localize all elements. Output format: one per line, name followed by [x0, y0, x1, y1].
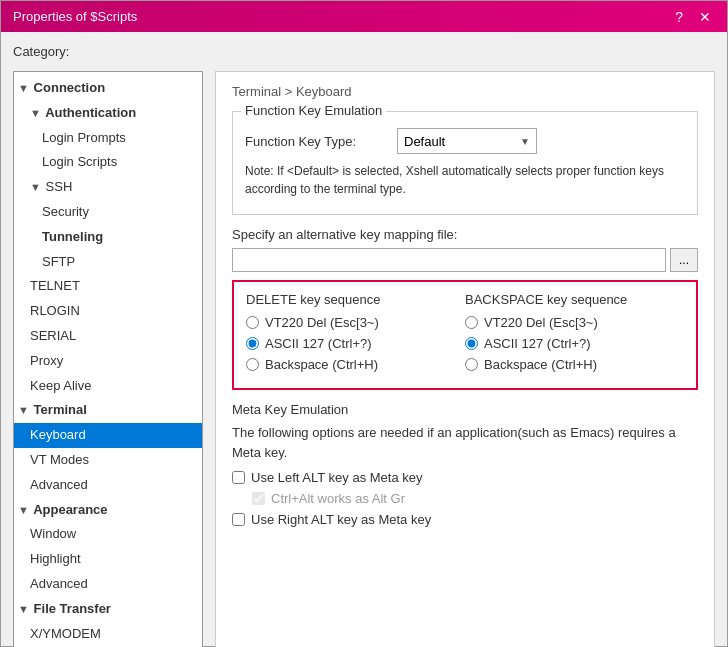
tree-item-window[interactable]: Window: [14, 522, 202, 547]
delete-key-col: DELETE key sequence VT220 Del (Esc[3~) A…: [246, 292, 465, 378]
alt-key-label: Specify an alternative key mapping file:: [232, 227, 698, 242]
tree-item-appearance[interactable]: ▼ Appearance: [14, 498, 202, 523]
function-key-note: Note: If <Default> is selected, Xshell a…: [245, 162, 685, 198]
file-input[interactable]: [232, 248, 666, 272]
function-key-type-row: Function Key Type: Default ▼: [245, 128, 685, 154]
left-alt-row: Use Left ALT key as Meta key: [232, 470, 698, 485]
tree-item-advanced-appearance[interactable]: Advanced: [14, 572, 202, 597]
titlebar-controls: ? ✕: [671, 10, 715, 24]
category-label: Category:: [13, 44, 715, 59]
backspace-key-col: BACKSPACE key sequence VT220 Del (Esc[3~…: [465, 292, 684, 378]
browse-button[interactable]: ...: [670, 248, 698, 272]
backspace-bs-row: Backspace (Ctrl+H): [465, 357, 684, 372]
dialog-window: Properties of $Scripts ? ✕ Category: ▼ C…: [0, 0, 728, 647]
ctrl-alt-label: Ctrl+Alt works as Alt Gr: [271, 491, 405, 506]
tree-item-keyboard[interactable]: Keyboard: [14, 423, 202, 448]
delete-ascii-label: ASCII 127 (Ctrl+?): [265, 336, 372, 351]
meta-key-section: Meta Key Emulation The following options…: [232, 402, 698, 527]
meta-key-title: Meta Key Emulation: [232, 402, 698, 417]
breadcrumb: Terminal > Keyboard: [232, 84, 698, 99]
file-row: ...: [232, 248, 698, 272]
backspace-vt220-radio[interactable]: [465, 316, 478, 329]
function-key-title: Function Key Emulation: [241, 103, 386, 118]
backspace-key-title: BACKSPACE key sequence: [465, 292, 684, 307]
tree-item-rlogin[interactable]: RLOGIN: [14, 299, 202, 324]
delete-vt220-row: VT220 Del (Esc[3~): [246, 315, 465, 330]
tree-item-vt-modes[interactable]: VT Modes: [14, 448, 202, 473]
tree-item-telnet[interactable]: TELNET: [14, 274, 202, 299]
delete-backspace-label: Backspace (Ctrl+H): [265, 357, 378, 372]
function-key-section: Function Key Emulation Function Key Type…: [232, 111, 698, 215]
help-button[interactable]: ?: [671, 10, 687, 24]
delete-vt220-radio[interactable]: [246, 316, 259, 329]
right-alt-checkbox[interactable]: [232, 513, 245, 526]
left-alt-checkbox[interactable]: [232, 471, 245, 484]
delete-ascii-radio[interactable]: [246, 337, 259, 350]
tree-item-ssh[interactable]: ▼ SSH: [14, 175, 202, 200]
tree-item-connection[interactable]: ▼ Connection: [14, 76, 202, 101]
delete-vt220-label: VT220 Del (Esc[3~): [265, 315, 379, 330]
main-content: ▼ Connection ▼ Authentication Login Prom…: [13, 71, 715, 647]
dropdown-value: Default: [404, 134, 445, 149]
backspace-ascii-row: ASCII 127 (Ctrl+?): [465, 336, 684, 351]
delete-backspace-radio[interactable]: [246, 358, 259, 371]
tree-item-authentication[interactable]: ▼ Authentication: [14, 101, 202, 126]
tree-item-proxy[interactable]: Proxy: [14, 349, 202, 374]
dialog-title: Properties of $Scripts: [13, 9, 137, 24]
ctrl-alt-checkbox[interactable]: [252, 492, 265, 505]
close-button[interactable]: ✕: [695, 10, 715, 24]
left-alt-label: Use Left ALT key as Meta key: [251, 470, 423, 485]
backspace-bs-label: Backspace (Ctrl+H): [484, 357, 597, 372]
tree-item-security[interactable]: Security: [14, 200, 202, 225]
backspace-bs-radio[interactable]: [465, 358, 478, 371]
content-panel: Terminal > Keyboard Function Key Emulati…: [215, 71, 715, 647]
ctrl-alt-row: Ctrl+Alt works as Alt Gr: [232, 491, 698, 506]
dialog-body: Category: ▼ Connection ▼ Authentication …: [1, 32, 727, 647]
backspace-ascii-radio[interactable]: [465, 337, 478, 350]
meta-key-desc: The following options are needed if an a…: [232, 423, 698, 462]
tree-item-serial[interactable]: SERIAL: [14, 324, 202, 349]
right-alt-label: Use Right ALT key as Meta key: [251, 512, 431, 527]
chevron-down-icon: ▼: [520, 136, 530, 147]
backspace-vt220-label: VT220 Del (Esc[3~): [484, 315, 598, 330]
tree-item-terminal[interactable]: ▼ Terminal: [14, 398, 202, 423]
tree-item-xymodem[interactable]: X/YMODEM: [14, 622, 202, 647]
tree-item-tunneling[interactable]: Tunneling: [14, 225, 202, 250]
delete-ascii-row: ASCII 127 (Ctrl+?): [246, 336, 465, 351]
tree-item-sftp[interactable]: SFTP: [14, 250, 202, 275]
tree-item-login-scripts[interactable]: Login Scripts: [14, 150, 202, 175]
delete-backspace-row: Backspace (Ctrl+H): [246, 357, 465, 372]
function-key-type-dropdown[interactable]: Default ▼: [397, 128, 537, 154]
backspace-ascii-label: ASCII 127 (Ctrl+?): [484, 336, 591, 351]
tree-item-highlight[interactable]: Highlight: [14, 547, 202, 572]
key-sequences-box: DELETE key sequence VT220 Del (Esc[3~) A…: [232, 280, 698, 390]
tree-item-login-prompts[interactable]: Login Prompts: [14, 126, 202, 151]
right-alt-row: Use Right ALT key as Meta key: [232, 512, 698, 527]
category-tree[interactable]: ▼ Connection ▼ Authentication Login Prom…: [13, 71, 203, 647]
function-key-type-label: Function Key Type:: [245, 134, 385, 149]
tree-item-keep-alive[interactable]: Keep Alive: [14, 374, 202, 399]
tree-item-file-transfer[interactable]: ▼ File Transfer: [14, 597, 202, 622]
tree-item-advanced[interactable]: Advanced: [14, 473, 202, 498]
titlebar: Properties of $Scripts ? ✕: [1, 1, 727, 32]
delete-key-title: DELETE key sequence: [246, 292, 465, 307]
backspace-vt220-row: VT220 Del (Esc[3~): [465, 315, 684, 330]
